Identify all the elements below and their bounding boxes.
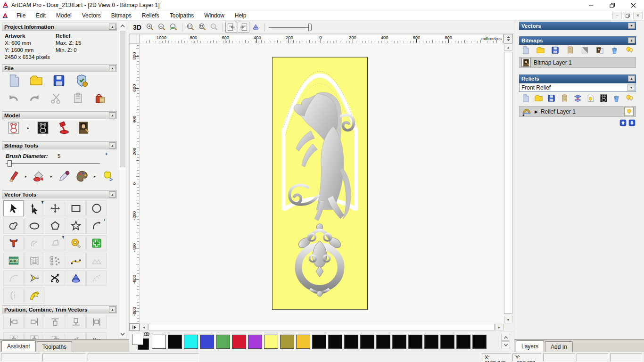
reduce-colours-icon[interactable] <box>101 170 114 183</box>
join-vectors[interactable] <box>24 270 44 286</box>
arc-tool[interactable]: Ŧ <box>86 218 107 234</box>
scroll-up-icon[interactable]: ▲ <box>504 43 512 51</box>
scroll-down-icon[interactable]: ▼ <box>504 316 512 323</box>
colour-picker-icon[interactable] <box>58 170 71 183</box>
star-tool[interactable] <box>66 218 86 234</box>
save-relief-layer-icon[interactable] <box>547 94 556 103</box>
collapse-section-button[interactable]: ▲ <box>109 65 116 71</box>
greyscale-from-relief-icon[interactable] <box>7 121 21 135</box>
menu-model[interactable]: Model <box>51 11 77 20</box>
2d-view-canvas[interactable] <box>140 43 504 323</box>
reliefs-section-header[interactable]: Reliefs ▲ <box>519 74 636 83</box>
node-edit-tool[interactable]: Ŧ <box>24 200 44 216</box>
colour-swatch-4[interactable] <box>216 335 230 349</box>
align-bottom[interactable] <box>66 315 86 329</box>
menu-vectors[interactable]: Vectors <box>77 11 106 20</box>
texture-relief-icon[interactable] <box>76 121 91 135</box>
scroll-right-icon[interactable]: ► <box>495 324 504 330</box>
interactive-distort[interactable] <box>66 270 86 286</box>
colour-swatch-9[interactable] <box>296 335 310 349</box>
nesting[interactable]: Nes <box>86 332 107 339</box>
block-copy[interactable] <box>45 253 65 269</box>
relief-selector-dropdown[interactable]: Front Relief ▼ <box>519 83 636 92</box>
brush-diameter-slider[interactable] <box>6 160 103 167</box>
open-relief-layer-icon[interactable] <box>534 94 543 103</box>
zoom-cone-button[interactable] <box>250 22 262 33</box>
collapse-section-button[interactable]: ▲ <box>109 191 116 197</box>
slice-vectors[interactable] <box>3 288 24 304</box>
text-on-curve[interactable]: ABC <box>3 253 24 269</box>
link-colours-icon[interactable] <box>143 332 150 337</box>
align-centers[interactable] <box>45 332 65 339</box>
chevron-down-icon[interactable]: ▼ <box>627 84 635 91</box>
colour-swatch-16[interactable] <box>408 335 422 349</box>
colour-swatch-11[interactable] <box>328 335 342 349</box>
colour-swatch-19[interactable] <box>456 335 471 349</box>
fade-layer-icon[interactable] <box>580 46 589 55</box>
cut-icon[interactable] <box>50 91 63 105</box>
mdi-minimize-button[interactable]: – <box>612 12 622 19</box>
zoom-out-button[interactable] <box>156 22 168 33</box>
colour-swatch-8[interactable] <box>280 335 294 349</box>
colour-swatch-15[interactable] <box>392 335 406 349</box>
colour-swatch-5[interactable] <box>232 335 246 349</box>
horizontal-scrollbar[interactable]: ◄ ► <box>140 323 504 331</box>
colour-swatch-13[interactable] <box>360 335 374 349</box>
collapse-section-button[interactable]: ▲ <box>109 112 116 118</box>
mdi-close-button[interactable]: ✕ <box>633 12 643 19</box>
move-layer-up-button[interactable] <box>619 119 627 126</box>
relief-layer-row[interactable]: ▶ Relief Layer 1 <box>519 106 636 117</box>
vector-doctor[interactable] <box>86 235 107 251</box>
colour-swatch-12[interactable] <box>344 335 358 349</box>
open-bitmap-layer-icon[interactable] <box>536 46 545 55</box>
menu-file[interactable]: File <box>11 11 31 20</box>
scroll-down-icon[interactable] <box>119 330 126 338</box>
expand-section-button[interactable]: ▼ <box>628 23 635 29</box>
flyout-arrow-icon[interactable]: ▸ <box>27 126 29 130</box>
close-button[interactable] <box>623 0 644 10</box>
colour-swatch-1[interactable] <box>168 335 182 349</box>
lighting-icon[interactable] <box>56 121 70 135</box>
wrap-vectors[interactable] <box>24 288 44 304</box>
align-left[interactable] <box>3 315 24 329</box>
ellipse-tool[interactable] <box>24 218 44 234</box>
palette-scroll-up-icon[interactable] <box>501 334 510 341</box>
restore-button[interactable] <box>602 0 623 10</box>
menu-help[interactable]: Help <box>230 11 252 20</box>
colour-swatch-3[interactable] <box>200 335 214 349</box>
palette-icon[interactable] <box>75 170 89 183</box>
polygon-tool[interactable] <box>45 218 65 234</box>
colour-swatch-18[interactable] <box>440 335 454 349</box>
zoom-slider[interactable] <box>269 23 314 32</box>
open-model-icon[interactable] <box>29 74 43 88</box>
tab-layers[interactable]: Layers <box>516 340 544 352</box>
toggle-relief-visibility-icon[interactable] <box>625 94 634 103</box>
model-wizard-icon[interactable] <box>74 74 89 88</box>
colour-swatch-17[interactable] <box>424 335 438 349</box>
zoom-in-button[interactable] <box>144 22 156 33</box>
arc-edit[interactable] <box>3 270 24 286</box>
delete-relief-layer-icon[interactable] <box>612 94 621 103</box>
paste-along-curve[interactable] <box>66 332 86 339</box>
menu-window[interactable]: Window <box>199 11 230 20</box>
menu-reliefs[interactable]: Reliefs <box>137 11 165 20</box>
collapse-section-button[interactable]: ▲ <box>109 24 116 30</box>
vectors-section-header[interactable]: Vectors ▼ <box>519 22 636 30</box>
minimize-button[interactable] <box>580 0 602 10</box>
new-relief-layer-icon[interactable] <box>521 94 530 103</box>
expander-icon[interactable]: ▶ <box>535 109 538 114</box>
relief-from-bitmap-icon[interactable] <box>599 94 608 103</box>
zoom-object-button[interactable] <box>208 22 220 33</box>
polyline-tool[interactable] <box>3 218 24 234</box>
relief-from-greyscale-icon[interactable] <box>36 121 50 135</box>
fit-arcs[interactable] <box>66 253 86 269</box>
fit-polyline-tool[interactable]: Ŧ <box>45 235 65 251</box>
rectangle-tool[interactable] <box>66 200 86 216</box>
scrollbar-thumb[interactable] <box>149 324 495 330</box>
ruler-units-dropdown[interactable] <box>504 34 513 43</box>
scroll-left-icon[interactable]: ◄ <box>140 324 148 330</box>
trim-vectors[interactable] <box>45 270 65 286</box>
menu-edit[interactable]: Edit <box>31 11 51 20</box>
scroll-up-icon[interactable] <box>119 22 126 30</box>
measure-curve[interactable] <box>86 270 107 286</box>
